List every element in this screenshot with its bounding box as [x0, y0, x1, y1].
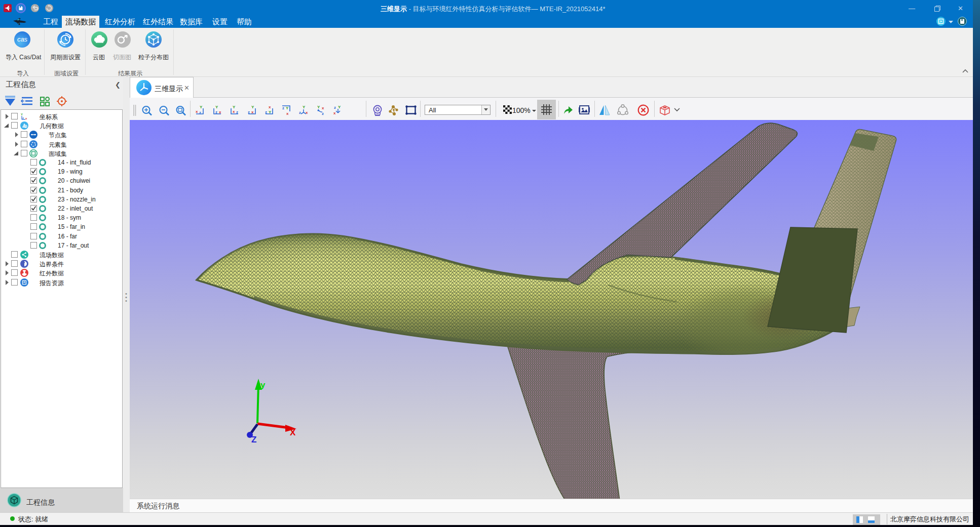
- svg-text:Y: Y: [251, 105, 254, 109]
- svg-text:x: x: [196, 109, 198, 114]
- svg-text:z: z: [334, 105, 336, 110]
- svg-text:Y: Y: [233, 105, 236, 109]
- svg-text:X: X: [290, 428, 296, 437]
- svg-text:y: y: [260, 380, 266, 390]
- svg-text:x: x: [25, 117, 27, 120]
- svg-text:Y: Y: [286, 106, 289, 110]
- svg-text:z: z: [22, 116, 24, 119]
- svg-text:z: z: [282, 106, 284, 110]
- svg-text:Y: Y: [21, 113, 23, 116]
- svg-text:x: x: [306, 110, 308, 115]
- svg-text:Y: Y: [317, 105, 320, 109]
- svg-text:x: x: [233, 109, 235, 114]
- svg-text:Z: Z: [251, 435, 256, 444]
- svg-text:z: z: [299, 110, 301, 115]
- svg-text:Y: Y: [338, 105, 341, 109]
- svg-text:x: x: [269, 105, 271, 109]
- svg-text:Y: Y: [303, 105, 306, 109]
- svg-text:x: x: [322, 106, 324, 110]
- svg-text:x: x: [286, 111, 289, 116]
- svg-text:Y: Y: [200, 105, 203, 109]
- svg-text:Y: Y: [215, 105, 218, 109]
- svg-text:x: x: [333, 111, 336, 115]
